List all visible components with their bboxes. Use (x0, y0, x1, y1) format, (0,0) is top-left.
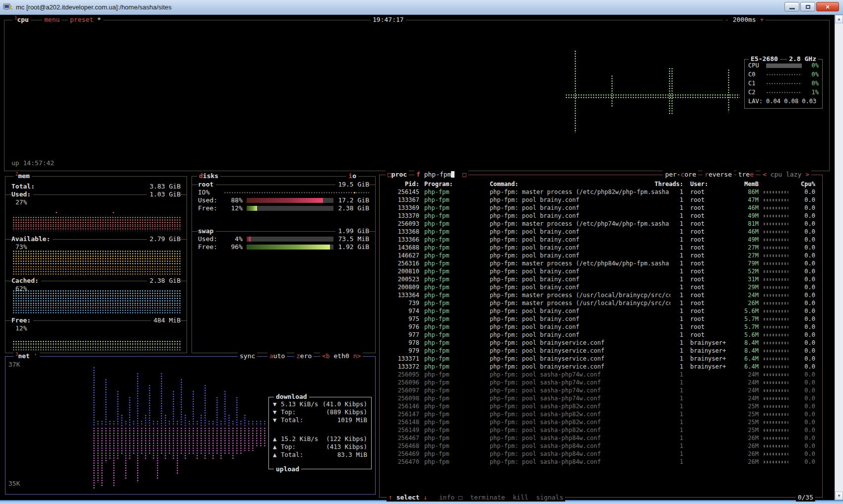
filter-clear-icon[interactable]: □ (462, 171, 466, 178)
signals-action[interactable]: signals (536, 494, 563, 501)
mem-stat-row: Total:3.83 GiB (11, 183, 181, 190)
maximize-button[interactable] (800, 2, 815, 11)
kill-action[interactable]: kill (513, 494, 528, 501)
graph-dots (156, 427, 159, 479)
proc-row[interactable]: 256093php-fpmphp-fpm: master process (/e… (384, 220, 818, 228)
proc-row[interactable]: 256468php-fpmphp-fpm: pool sasha-php84w.… (384, 442, 818, 450)
graph-dots (212, 427, 215, 459)
graph-dots (140, 427, 143, 455)
graph-dots (160, 373, 163, 426)
disk-usage-bar: Used:4%73.5 MiB (198, 235, 369, 243)
select-up-icon[interactable]: ↑ (389, 494, 392, 501)
window-title: mc [root@a202.itdeveloper.com.ua]:/home/… (16, 3, 172, 11)
mem-tab[interactable]: 2mem (13, 172, 32, 180)
uptime: up 14:57:42 (11, 159, 54, 167)
graph-dots (97, 420, 100, 426)
proc-row[interactable]: 133366php-fpmphp-fpm: pool brainy.conf1r… (384, 236, 818, 244)
terminate-action[interactable]: terminate (470, 494, 505, 501)
mem-stat-row: Cached:2.38 GiB (11, 277, 181, 285)
graph-dots (204, 427, 207, 459)
proc-row[interactable]: 256095php-fpmphp-fpm: pool sasha-php74w.… (384, 371, 818, 378)
proc-row[interactable]: 133370php-fpmphp-fpm: pool brainy.conf1r… (384, 212, 818, 220)
proc-row[interactable]: 739php-fpmphp-fpm: master process (/usr/… (384, 299, 818, 307)
app-window: mc [root@a202.itdeveloper.com.ua]:/home/… (0, 0, 843, 504)
graph-dots (259, 427, 262, 447)
proc-row[interactable]: 256470php-fpmphp-fpm: pool sasha-php84w.… (384, 458, 818, 466)
scroll-down-icon[interactable]: ▼ (835, 492, 843, 500)
proc-row[interactable]: 256097php-fpmphp-fpm: pool sasha-php74w.… (384, 386, 818, 394)
graph-dots (12, 290, 181, 304)
proc-row[interactable]: 256467php-fpmphp-fpm: pool sasha-php84w.… (384, 434, 818, 442)
proc-row[interactable]: 256147php-fpmphp-fpm: pool sasha-php82w.… (384, 410, 818, 418)
graph-dots (240, 420, 243, 426)
proc-row[interactable]: 974php-fpmphp-fpm: pool brainy.conf1root… (384, 307, 818, 315)
net-panel: 3net ' sync auto zero <b eth0 n> 37K 35K… (5, 356, 376, 495)
cpu-freq: 2.8 GHz (789, 55, 816, 63)
graph-dots (220, 427, 223, 459)
graph-dots (148, 427, 151, 455)
graph-dots (212, 420, 215, 426)
graph-dots (192, 390, 195, 426)
graph-dots (112, 211, 115, 214)
per-core-toggle[interactable]: per-core (663, 171, 698, 179)
proc-row[interactable]: 256096php-fpmphp-fpm: pool sasha-php74w.… (384, 378, 818, 386)
select-action[interactable]: select (396, 494, 420, 501)
proc-row[interactable]: 978php-fpmphp-fpm: pool brainyservice.co… (384, 339, 818, 347)
proc-tab[interactable]: □proc (386, 171, 409, 179)
proc-row[interactable]: 146627php-fpmphp-fpm: pool brainy.conf1r… (384, 252, 818, 259)
proc-row[interactable]: 200809php-fpmphp-fpm: pool brainy.conf1r… (384, 283, 818, 291)
sort-selector[interactable]: < cpu lazy > (761, 171, 811, 179)
disks-tab[interactable]: disks (197, 172, 220, 180)
disks-panel: disks io root19.5 GiBIO%Used:88%17.2 GiB… (192, 176, 376, 353)
proc-row[interactable]: 256469php-fpmphp-fpm: pool sasha-php84w.… (384, 450, 818, 458)
graph-dots (148, 384, 151, 426)
proc-row[interactable]: 256149php-fpmphp-fpm: pool sasha-php82w.… (384, 426, 818, 434)
upload-stat-row: ▲15.2 KiB/s(122 Kibps) (269, 435, 371, 443)
reverse-toggle[interactable]: reverse (703, 171, 734, 179)
graph-dots (224, 390, 227, 426)
window-scrollbar[interactable]: ▲ ▼ (835, 15, 843, 500)
proc-row[interactable]: 979php-fpmphp-fpm: pool brainyservice.co… (384, 347, 818, 355)
proc-table-header: Pid:Program:Command:Threads:User:MemBCpu… (384, 180, 818, 188)
proc-row[interactable]: 976php-fpmphp-fpm: pool brainy.conf1root… (384, 323, 818, 331)
graph-dots (236, 396, 239, 426)
graph-dots (55, 211, 58, 214)
graph-dots (101, 420, 104, 426)
proc-row[interactable]: 133368php-fpmphp-fpm: pool brainy.conf1r… (384, 228, 818, 236)
proc-row[interactable]: 133367php-fpmphp-fpm: pool brainy.conf1r… (384, 196, 818, 204)
io-toggle[interactable]: io (346, 172, 358, 180)
download-title: download (276, 393, 307, 400)
proc-row[interactable]: 133369php-fpmphp-fpm: pool brainy.conf1r… (384, 204, 818, 212)
disk-name-row: swap1.99 GiB (198, 227, 369, 235)
info-action[interactable]: info □ (439, 494, 462, 501)
graph-dots (236, 427, 239, 455)
graph-dots (574, 55, 577, 127)
proc-row[interactable]: 133371php-fpmphp-fpm: pool brainyservice… (384, 355, 818, 363)
proc-row[interactable]: 133372php-fpmphp-fpm: pool brainyservice… (384, 363, 818, 371)
minimize-button[interactable] (784, 2, 799, 11)
select-down-icon[interactable]: ↓ (423, 494, 427, 501)
proc-row[interactable]: 200810php-fpmphp-fpm: pool brainy.conf1r… (384, 267, 818, 275)
proc-row[interactable]: 256148php-fpmphp-fpm: pool sasha-php82w.… (384, 418, 818, 426)
proc-row[interactable]: 256145php-fpmphp-fpm: master process (/e… (384, 188, 818, 196)
proc-row[interactable]: 133364php-fpmphp-fpm: master process (/u… (384, 291, 818, 299)
proc-row[interactable]: 256098php-fpmphp-fpm: pool sasha-php74w.… (384, 394, 818, 402)
disk-name-row: root19.5 GiB (198, 181, 369, 189)
proc-row[interactable]: 977php-fpmphp-fpm: pool brainy.conf1root… (384, 331, 818, 339)
tree-toggle[interactable]: tree (736, 171, 756, 179)
close-button[interactable]: × (816, 2, 839, 11)
graph-dots (244, 427, 247, 451)
proc-row[interactable]: 256316php-fpmphp-fpm: master process (/e… (384, 259, 818, 267)
proc-row[interactable]: 256146php-fpmphp-fpm: pool sasha-php82w.… (384, 402, 818, 410)
process-filter-input[interactable]: f php-fpm □ (414, 171, 468, 179)
graph-dots (144, 414, 147, 426)
proc-row[interactable]: 200523php-fpmphp-fpm: pool brainy.conf1r… (384, 275, 818, 283)
graph-dots (132, 427, 135, 455)
proc-row[interactable]: 143688php-fpmphp-fpm: pool brainy.conf1r… (384, 244, 818, 252)
upload-stat-row: ▲Total:83.3 MiB (269, 451, 371, 459)
proc-row[interactable]: 975php-fpmphp-fpm: pool brainy.conf1root… (384, 315, 818, 323)
graph-dots (144, 427, 147, 459)
window-titlebar[interactable]: mc [root@a202.itdeveloper.com.ua]:/home/… (0, 0, 843, 15)
graph-dots (252, 420, 255, 426)
scroll-up-icon[interactable]: ▲ (835, 15, 843, 23)
